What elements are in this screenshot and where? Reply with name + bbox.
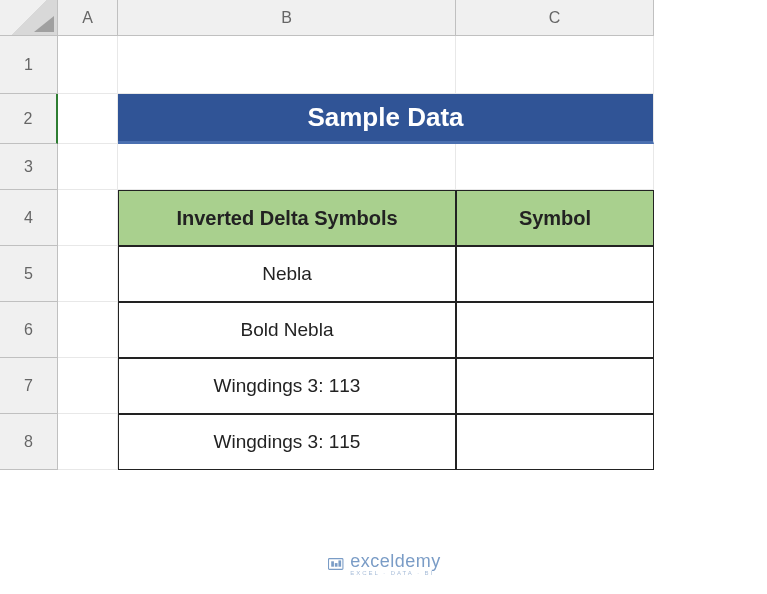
cell-b3[interactable] <box>118 144 456 190</box>
table-row[interactable]: Wingdings 3: 115 <box>118 414 456 470</box>
row-header-2[interactable]: 2 <box>0 94 58 144</box>
table-header-symbol[interactable]: Symbol <box>456 190 654 246</box>
table-row[interactable]: Nebla <box>118 246 456 302</box>
spreadsheet-grid: A B C 1 2 Sample Data 3 4 Inverted Delta… <box>0 0 767 470</box>
cell-a8[interactable] <box>58 414 118 470</box>
cell-a4[interactable] <box>58 190 118 246</box>
watermark: exceldemy EXCEL · DATA · BI <box>326 552 441 576</box>
watermark-brand: exceldemy <box>350 552 441 570</box>
col-header-c[interactable]: C <box>456 0 654 36</box>
row-header-1[interactable]: 1 <box>0 36 58 94</box>
watermark-tagline: EXCEL · DATA · BI <box>350 570 441 576</box>
table-row[interactable] <box>456 358 654 414</box>
table-row[interactable]: Bold Nebla <box>118 302 456 358</box>
cell-b1[interactable] <box>118 36 456 94</box>
row-header-5[interactable]: 5 <box>0 246 58 302</box>
banner-title[interactable]: Sample Data <box>118 94 654 144</box>
row-header-6[interactable]: 6 <box>0 302 58 358</box>
cell-a5[interactable] <box>58 246 118 302</box>
row-header-7[interactable]: 7 <box>0 358 58 414</box>
cell-a1[interactable] <box>58 36 118 94</box>
row-header-4[interactable]: 4 <box>0 190 58 246</box>
table-row[interactable] <box>456 302 654 358</box>
cell-a3[interactable] <box>58 144 118 190</box>
table-row[interactable] <box>456 414 654 470</box>
table-row[interactable] <box>456 246 654 302</box>
table-header-symbols[interactable]: Inverted Delta Symbols <box>118 190 456 246</box>
cell-a2[interactable] <box>58 94 118 144</box>
cell-c1[interactable] <box>456 36 654 94</box>
col-header-b[interactable]: B <box>118 0 456 36</box>
svg-rect-3 <box>338 560 341 566</box>
cell-a6[interactable] <box>58 302 118 358</box>
select-all-corner[interactable] <box>0 0 58 36</box>
svg-rect-1 <box>331 561 334 566</box>
row-header-8[interactable]: 8 <box>0 414 58 470</box>
watermark-text: exceldemy EXCEL · DATA · BI <box>350 552 441 576</box>
col-header-a[interactable]: A <box>58 0 118 36</box>
cell-c3[interactable] <box>456 144 654 190</box>
exceldemy-logo-icon <box>326 555 344 573</box>
table-row[interactable]: Wingdings 3: 113 <box>118 358 456 414</box>
svg-rect-2 <box>334 563 337 567</box>
row-header-3[interactable]: 3 <box>0 144 58 190</box>
cell-a7[interactable] <box>58 358 118 414</box>
